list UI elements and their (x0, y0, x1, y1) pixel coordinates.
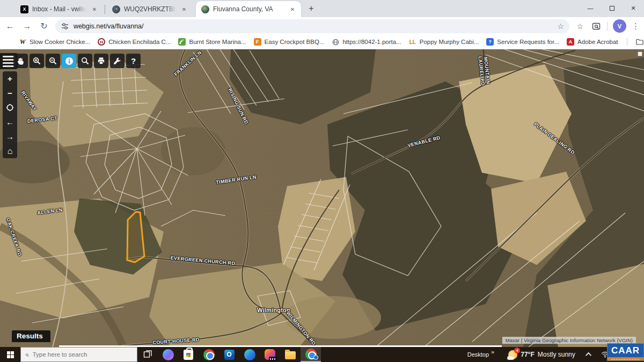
taskbar-m365-copilot[interactable] (260, 347, 280, 362)
search-tool-button[interactable] (78, 54, 92, 68)
taskbar-file-explorer[interactable] (280, 347, 301, 362)
profile-avatar[interactable]: V (613, 19, 626, 33)
search-input[interactable] (33, 351, 119, 358)
tab-title: Fluvanna County, VA (213, 5, 284, 13)
zoom-in-tool-button[interactable] (30, 54, 44, 68)
window-controls: — ✕ (580, 0, 644, 17)
maximize-button[interactable] (601, 0, 623, 16)
identify-tool-button[interactable] (62, 54, 76, 68)
bookmark-favicon: W (19, 38, 26, 46)
bookmark-poppy-murphy[interactable]: LL Poppy Murphy Cabi... (405, 36, 483, 48)
full-extent-button[interactable] (3, 100, 17, 115)
zoom-out-button[interactable]: − (3, 86, 17, 100)
search-icon (81, 57, 89, 65)
zoom-out-tool-button[interactable] (46, 54, 60, 68)
all-bookmarks-button[interactable]: All Bookmarks (632, 36, 644, 48)
tray-expand-icon[interactable] (586, 352, 591, 358)
taskbar-chrome[interactable] (199, 347, 219, 362)
place-label: Wilmington (257, 307, 290, 313)
aerial-imagery[interactable] (0, 49, 644, 347)
url-text[interactable]: webgis.net/va/fluvanna/ (74, 23, 558, 30)
bookmark-chicken-enchilada[interactable]: H Chicken Enchilada C... (94, 36, 174, 48)
back-icon[interactable]: ← (3, 19, 17, 33)
task-view-button[interactable] (137, 347, 158, 362)
file-explorer-icon (285, 351, 296, 359)
help-button[interactable]: ? (126, 54, 141, 68)
taskbar-chrome-active[interactable] (301, 347, 321, 362)
tab-portal[interactable]: ◔ WUQ2VHRKZTBhcWtHWVVjbX ✕ (107, 1, 193, 17)
bookmark-label: Service Requests for... (497, 39, 559, 45)
previous-extent-button[interactable]: ← (3, 115, 17, 129)
bookmark-label: Slow Cooker Chicke... (30, 39, 90, 45)
minimize-button[interactable]: — (580, 0, 601, 16)
hand-icon (17, 57, 25, 65)
tab-close-icon[interactable]: ✕ (288, 5, 297, 13)
county-seal-favicon (201, 5, 209, 13)
start-button[interactable] (0, 347, 20, 362)
tab-fluvanna-county[interactable]: Fluvanna County, VA ✕ (196, 1, 301, 17)
toolbar-chevron-icon[interactable]: » (491, 349, 494, 355)
tab-title: WUQ2VHRKZTBhcWtHWVVjbX (124, 5, 176, 13)
map-viewport[interactable]: FRANKLIN LN RISING SUN RD MOUNTAIN LAURE… (0, 49, 644, 347)
weather-widget[interactable]: 4 77°F Mostly sunny (508, 350, 575, 359)
forward-icon[interactable]: → (20, 19, 34, 33)
caar-logo: CAAR (607, 343, 644, 361)
overview-map-toggle[interactable] (638, 51, 642, 56)
bookmark-easy-crockpot[interactable]: F Easy Crockpot BBQ... (250, 36, 328, 48)
results-panel-tab[interactable]: Results (12, 330, 50, 342)
reading-list-star-icon[interactable]: ☆ (575, 21, 586, 32)
outlook-icon: O (224, 350, 235, 360)
app-label-badge (269, 357, 277, 361)
bookmark-label: Chicken Enchilada C... (108, 39, 171, 45)
next-extent-button[interactable]: → (3, 129, 17, 144)
notification-badge (313, 355, 318, 360)
tab-title: Inbox - Mail - vwilsonrealtor@ (32, 5, 86, 13)
bookmarks-bar: W Slow Cooker Chicke... H Chicken Enchil… (0, 35, 644, 49)
browser-tab-strip: X Inbox - Mail - vwilsonrealtor@ ✕ ◔ WUQ… (0, 0, 644, 17)
bookmark-burnt-store[interactable]: Burnt Store Marina... (174, 36, 250, 48)
mail-x-favicon: X (20, 5, 28, 13)
tab-close-icon[interactable]: ✕ (180, 5, 188, 13)
pan-tool-button[interactable] (13, 54, 28, 68)
zoom-out-icon (49, 57, 57, 65)
reload-icon[interactable]: ↻ (37, 19, 51, 33)
close-button[interactable]: ✕ (623, 0, 644, 16)
taskbar-search[interactable]: ⌕ (20, 347, 137, 362)
tab-close-icon[interactable]: ✕ (90, 5, 99, 13)
bookmarks-divider (627, 38, 627, 46)
chrome-menu-icon[interactable]: ⋮ (632, 21, 640, 31)
print-tool-button[interactable] (94, 54, 108, 68)
new-tab-button[interactable]: + (304, 2, 318, 16)
zoom-in-icon (33, 57, 41, 65)
bookmark-slow-cooker[interactable]: W Slow Cooker Chicke... (15, 36, 94, 48)
toolbar-divider (607, 22, 608, 31)
map-toolbar: ? (13, 54, 141, 68)
zoom-in-button[interactable]: + (3, 71, 17, 86)
taskbar-edge[interactable] (239, 347, 260, 362)
weather-alert-badge: 4 (514, 348, 520, 353)
bookmark-service-requests[interactable]: ? Service Requests for... (482, 36, 563, 48)
tab-inbox-mail[interactable]: X Inbox - Mail - vwilsonrealtor@ ✕ (15, 1, 103, 17)
microsoft-store-icon (184, 350, 193, 360)
windows-taskbar: ⌕ O Desktop » 4 77°F Mostly sunny (0, 347, 644, 362)
acrobat-favicon: A (567, 38, 574, 46)
home-button[interactable]: ⌂ (3, 144, 17, 158)
bookmark-adobe-acrobat[interactable]: A Adobe Acrobat (563, 36, 621, 48)
globe-favicon (332, 38, 339, 46)
bookmark-favicon (178, 38, 186, 46)
taskbar-outlook[interactable]: O (219, 347, 239, 362)
site-info-icon[interactable] (61, 22, 69, 31)
task-view-icon (143, 350, 152, 359)
address-bar[interactable]: webgis.net/va/fluvanna/ ☆ (55, 19, 569, 33)
bookmark-8042-portal[interactable]: https://8042-1.porta... (328, 36, 405, 48)
tools-button[interactable] (110, 54, 125, 68)
taskbar-copilot[interactable] (158, 347, 178, 362)
search-icon: ⌕ (25, 351, 29, 358)
bookmark-label: Poppy Murphy Cabi... (420, 39, 479, 45)
taskbar-store[interactable] (178, 347, 199, 362)
browser-toolbar: ← → ↻ webgis.net/va/fluvanna/ ☆ ☆ V ⋮ (0, 17, 644, 35)
bookmark-star-icon[interactable]: ☆ (557, 22, 564, 31)
tab-search-icon[interactable] (591, 21, 602, 32)
info-icon (65, 57, 74, 65)
desktop-toolbar-label[interactable]: Desktop (467, 351, 489, 358)
